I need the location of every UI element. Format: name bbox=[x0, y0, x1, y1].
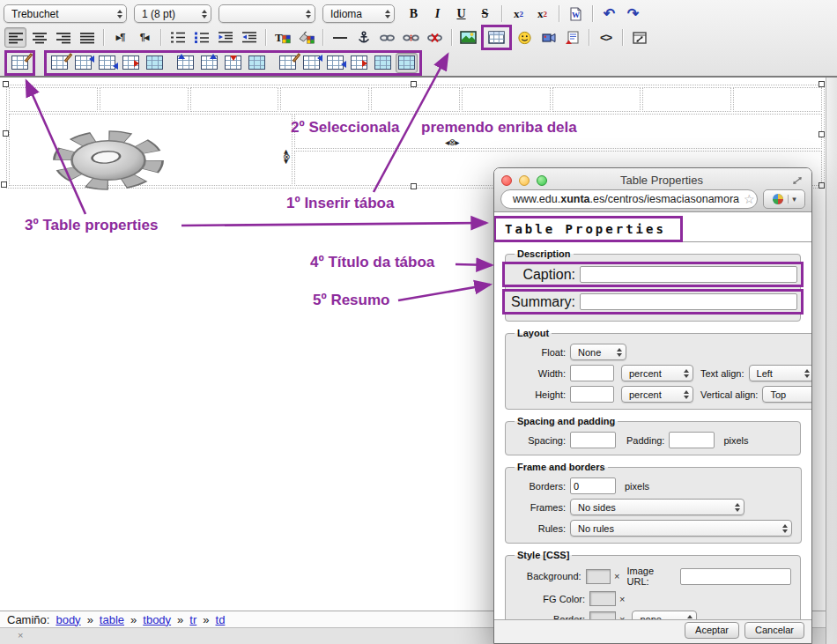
path-link-tbody[interactable]: tbody bbox=[143, 613, 171, 626]
insert-row-below-button[interactable] bbox=[96, 53, 118, 73]
url-field[interactable]: www.edu.xunta.es/centros/iesmaciasonamor… bbox=[500, 189, 758, 209]
table-resize-handle-n[interactable] bbox=[411, 81, 417, 87]
table-cell[interactable] bbox=[9, 87, 98, 112]
html-source-button[interactable]: <> bbox=[595, 27, 617, 48]
font-size-select[interactable]: 1 (8 pt) bbox=[134, 4, 211, 23]
ordered-list-button[interactable] bbox=[167, 27, 189, 48]
paragraph-format-select[interactable] bbox=[219, 4, 315, 23]
delete-row-button[interactable] bbox=[120, 53, 142, 73]
bookmark-star-icon[interactable]: ☆ bbox=[744, 192, 755, 206]
undo-button[interactable]: ↶ bbox=[598, 4, 620, 24]
vertical-align-select[interactable]: Top bbox=[762, 386, 811, 403]
background-color-swatch[interactable] bbox=[586, 569, 611, 584]
window-title-bar[interactable]: Table Properties bbox=[494, 168, 811, 189]
insert-table-button[interactable] bbox=[485, 27, 507, 48]
delete-cell-button[interactable] bbox=[348, 53, 370, 73]
table-cell[interactable] bbox=[371, 87, 460, 112]
language-select[interactable]: Idioma bbox=[322, 4, 395, 23]
table-resize-handle-sw[interactable] bbox=[1, 181, 7, 188]
table-resize-handle-nw[interactable] bbox=[3, 81, 9, 87]
insert-column-after-button[interactable] bbox=[198, 53, 220, 73]
horizontal-rule-button[interactable] bbox=[329, 27, 351, 48]
column-drag-handle[interactable]: ◂⊗▸ bbox=[445, 137, 458, 147]
insert-smiley-button[interactable] bbox=[514, 27, 536, 48]
anchor-button[interactable] bbox=[352, 27, 374, 48]
rules-select[interactable]: No rules bbox=[570, 520, 792, 537]
underline-button[interactable]: U bbox=[450, 4, 472, 24]
table-resize-handle-ne[interactable] bbox=[818, 81, 825, 87]
outdent-button[interactable] bbox=[214, 27, 236, 48]
clear-fg-button[interactable]: × bbox=[619, 594, 625, 604]
path-link-td[interactable]: td bbox=[216, 613, 226, 626]
close-window-icon[interactable] bbox=[501, 175, 512, 186]
insert-image-button[interactable] bbox=[457, 27, 479, 48]
align-justify-button[interactable] bbox=[76, 27, 98, 48]
column-properties-button[interactable] bbox=[246, 53, 268, 73]
unlink-button[interactable] bbox=[400, 27, 422, 48]
accept-button[interactable]: Aceptar bbox=[685, 622, 739, 639]
table-cell[interactable] bbox=[190, 87, 279, 112]
insert-row-above-button[interactable] bbox=[72, 53, 94, 73]
image-url-input[interactable] bbox=[680, 568, 791, 585]
width-input[interactable] bbox=[570, 365, 614, 381]
merge-cells-button[interactable] bbox=[372, 53, 394, 73]
gear-image[interactable] bbox=[49, 129, 167, 192]
spacing-input[interactable] bbox=[570, 432, 616, 448]
font-select[interactable]: Trebuchet bbox=[4, 4, 127, 23]
bold-button[interactable]: B bbox=[403, 4, 425, 24]
direction-rtl-button[interactable]: ¶◂ bbox=[133, 27, 155, 48]
clear-background-button[interactable]: × bbox=[614, 571, 619, 581]
vertical-scrollbar[interactable] bbox=[826, 78, 837, 644]
strikethrough-button[interactable]: S bbox=[474, 4, 496, 24]
height-input[interactable] bbox=[570, 386, 614, 403]
paste-from-word-button[interactable]: W bbox=[565, 4, 587, 24]
cell-properties-button[interactable] bbox=[277, 53, 299, 73]
insert-column-before-button[interactable] bbox=[174, 53, 196, 73]
insert-cell-after-button[interactable] bbox=[324, 53, 346, 73]
table-cell[interactable] bbox=[642, 87, 731, 112]
row-properties-button[interactable] bbox=[144, 53, 166, 73]
italic-button[interactable]: I bbox=[426, 4, 448, 24]
align-right-button[interactable] bbox=[52, 27, 74, 48]
align-center-button[interactable] bbox=[28, 27, 50, 48]
superscript-button[interactable]: x2 bbox=[531, 4, 553, 24]
subscript-button[interactable]: x2 bbox=[507, 4, 530, 24]
padding-input[interactable] bbox=[669, 432, 715, 448]
direction-ltr-button[interactable]: ▸¶ bbox=[109, 27, 131, 48]
table-cell[interactable] bbox=[552, 87, 641, 112]
fg-color-swatch[interactable] bbox=[589, 591, 616, 606]
bullet-list-button[interactable] bbox=[190, 27, 212, 48]
table-cell[interactable] bbox=[462, 87, 551, 112]
text-align-select[interactable]: Left bbox=[749, 365, 811, 381]
row-drag-handle[interactable]: ◂⊗▸ bbox=[282, 150, 292, 163]
insert-cell-before-button[interactable] bbox=[300, 53, 322, 73]
paste-special-button[interactable] bbox=[561, 27, 583, 48]
table-cell[interactable] bbox=[280, 87, 369, 112]
align-left-button[interactable] bbox=[4, 27, 26, 48]
indent-button[interactable] bbox=[238, 27, 260, 48]
delete-column-button[interactable] bbox=[222, 53, 244, 73]
table-resize-handle-e[interactable] bbox=[818, 131, 825, 137]
table-resize-handle-s[interactable] bbox=[411, 183, 417, 189]
table-resize-handle-se[interactable] bbox=[818, 182, 825, 189]
table-resize-handle-w[interactable] bbox=[3, 130, 9, 137]
resize-grip-icon[interactable]: × bbox=[18, 630, 23, 640]
browser-action-button[interactable]: ▾ bbox=[763, 189, 805, 209]
redo-button[interactable]: ↷ bbox=[622, 4, 644, 24]
cancel-button[interactable]: Cancelar bbox=[744, 622, 804, 639]
table-cell[interactable] bbox=[733, 87, 822, 112]
popup-editor-button[interactable] bbox=[628, 27, 650, 48]
path-link-tr[interactable]: tr bbox=[189, 613, 196, 626]
borders-input[interactable] bbox=[570, 477, 616, 494]
table-cell[interactable] bbox=[100, 87, 189, 112]
table-edit-button[interactable] bbox=[48, 53, 70, 73]
path-link-body[interactable]: body bbox=[56, 613, 80, 626]
minimize-window-icon[interactable] bbox=[519, 175, 530, 186]
table-properties-button[interactable] bbox=[9, 53, 31, 73]
font-color-button[interactable]: T bbox=[271, 27, 293, 48]
summary-input[interactable] bbox=[580, 293, 797, 310]
remove-link-button[interactable] bbox=[424, 27, 446, 48]
insert-media-button[interactable] bbox=[537, 27, 559, 48]
path-link-table[interactable]: table bbox=[100, 613, 124, 626]
toggle-borders-button[interactable] bbox=[396, 53, 418, 73]
